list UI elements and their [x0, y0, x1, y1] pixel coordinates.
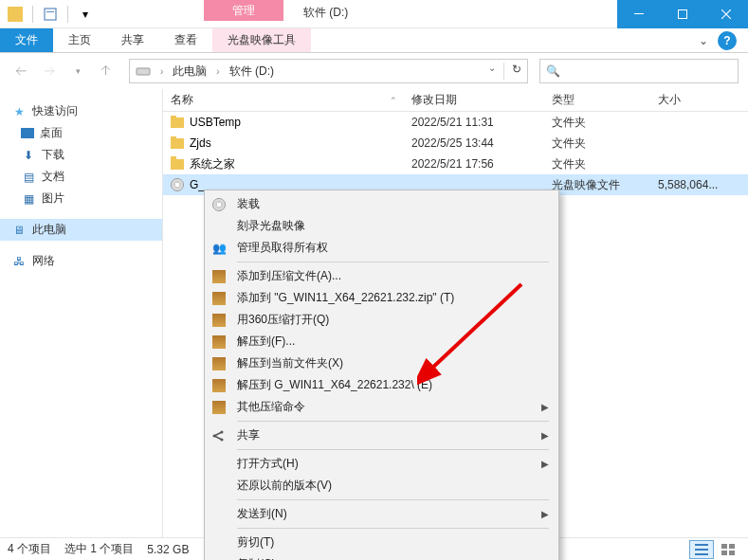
submenu-arrow-icon: ▶ [541, 430, 549, 441]
up-button[interactable]: 🡡 [95, 60, 118, 82]
view-details-button[interactable] [689, 540, 714, 559]
file-row[interactable]: 系统之家2022/5/21 17:56文件夹 [163, 154, 748, 174]
context-menu-label: 添加到压缩文件(A)... [237, 268, 549, 284]
context-menu-label: 还原以前的版本(V) [210, 478, 549, 494]
column-headers: 名称⌃ 修改日期 类型 大小 [163, 89, 748, 112]
desktop-icon [21, 128, 34, 138]
context-menu-item[interactable]: 装载 [207, 193, 556, 215]
recent-dropdown-icon[interactable]: ▾ [66, 60, 89, 82]
address-bar[interactable]: › 此电脑 › 软件 (D:) ⌄ ↻ [129, 59, 528, 83]
pc-icon: 🖥 [11, 223, 27, 238]
archive-icon [210, 268, 228, 285]
file-name: Zjds [190, 136, 211, 150]
star-icon: ★ [11, 104, 27, 119]
folder-icon [171, 159, 184, 170]
context-menu-separator [237, 262, 549, 262]
help-button[interactable]: ? [718, 31, 737, 50]
minimize-button[interactable] [617, 0, 661, 28]
breadcrumb-drive[interactable]: 软件 (D:) [229, 63, 274, 80]
breadcrumb-this-pc[interactable]: 此电脑 [173, 63, 207, 80]
tab-share[interactable]: 共享 [106, 28, 159, 52]
sidebar-item-downloads[interactable]: ⬇下载 [0, 144, 162, 166]
disc-icon [210, 196, 228, 213]
context-menu-separator [237, 499, 549, 500]
svg-rect-2 [634, 13, 644, 14]
sidebar-this-pc[interactable]: 🖥此电脑 [0, 219, 162, 241]
column-type[interactable]: 类型 [544, 92, 650, 108]
status-item-count: 4 个项目 [8, 541, 51, 557]
context-menu-label: 管理员取得所有权 [237, 240, 549, 256]
context-menu-item[interactable]: 解压到 G_WIN11_X64_22621.232\ (E) [207, 374, 556, 396]
context-menu-label: 复制(C) [210, 556, 549, 560]
file-date: 2022/5/25 13:44 [404, 136, 544, 150]
context-menu-item[interactable]: 添加到 "G_WIN11_X64_22621.232.zip" (T) [207, 287, 556, 309]
context-menu-item[interactable]: 解压到当前文件夹(X) [207, 352, 556, 374]
file-row[interactable]: USBTemp2022/5/21 11:31文件夹 [163, 112, 748, 133]
column-date[interactable]: 修改日期 [404, 92, 544, 108]
context-menu-item[interactable]: 其他压缩命令▶ [207, 396, 556, 418]
ribbon-tabs: 文件 主页 共享 查看 光盘映像工具 ⌄ ? [0, 28, 748, 53]
maximize-button[interactable] [661, 0, 704, 28]
pictures-icon: ▦ [21, 191, 36, 207]
drive-icon [136, 63, 151, 79]
folder-icon [171, 117, 184, 128]
context-menu-item[interactable]: 解压到(F)... [207, 331, 556, 352]
back-button[interactable]: 🡠 [9, 60, 32, 82]
forward-button[interactable]: 🡢 [38, 60, 61, 82]
tab-disc-image-tools[interactable]: 光盘映像工具 [212, 28, 311, 52]
qat-dropdown-icon[interactable]: ▾ [78, 7, 93, 22]
context-menu-item[interactable]: 发送到(N)▶ [207, 503, 556, 525]
context-menu-separator [237, 528, 549, 529]
close-button[interactable] [704, 0, 748, 28]
context-menu-item[interactable]: 用360压缩打开(Q) [207, 309, 556, 331]
context-menu-item[interactable]: 刻录光盘映像 [207, 215, 556, 237]
file-row[interactable]: Zjds2022/5/25 13:44文件夹 [163, 133, 748, 154]
svg-point-5 [213, 434, 216, 437]
file-type: 光盘映像文件 [544, 177, 650, 193]
view-large-icons-button[interactable] [716, 540, 740, 559]
tab-home[interactable]: 主页 [53, 28, 106, 52]
qat-properties-icon[interactable] [43, 7, 58, 22]
file-name: USBTemp [190, 116, 241, 129]
archive-icon [210, 377, 228, 394]
sort-asc-icon: ⌃ [390, 96, 397, 105]
context-menu-label: 解压到 G_WIN11_X64_22621.232\ (E) [237, 377, 549, 393]
sidebar-item-label: 文档 [42, 169, 64, 185]
chevron-right-icon[interactable]: › [212, 66, 223, 77]
archive-icon [210, 399, 228, 416]
context-menu-item[interactable]: 打开方式(H)▶ [207, 453, 556, 475]
qat-separator [32, 6, 33, 23]
svg-rect-15 [729, 551, 735, 555]
file-date: 2022/5/21 17:56 [404, 157, 544, 171]
context-menu-item[interactable]: 剪切(T) [207, 532, 556, 553]
address-dropdown-icon[interactable]: ⌄ [488, 63, 496, 80]
sidebar-item-pictures[interactable]: ▦图片 [0, 188, 162, 209]
sidebar-item-documents[interactable]: ▤文档 [0, 166, 162, 188]
svg-rect-10 [695, 549, 708, 551]
refresh-button[interactable]: ↻ [512, 63, 521, 80]
sidebar-quick-access[interactable]: ★ 快速访问 [0, 100, 162, 122]
context-menu-item[interactable]: 共享▶ [207, 425, 556, 446]
sidebar-item-desktop[interactable]: 桌面 [0, 122, 162, 144]
navigation-pane: ★ 快速访问 桌面 ⬇下载 ▤文档 ▦图片 🖥此电脑 🖧网络 [0, 89, 163, 537]
column-size[interactable]: 大小 [650, 92, 741, 108]
context-menu-label: 共享 [237, 427, 532, 443]
context-menu-label: 刻录光盘映像 [237, 218, 549, 234]
column-name[interactable]: 名称⌃ [163, 92, 404, 108]
sidebar-network[interactable]: 🖧网络 [0, 250, 162, 272]
qat-separator [67, 6, 68, 23]
share-icon [210, 427, 228, 444]
archive-icon [210, 355, 228, 372]
ribbon-expand-icon[interactable]: ⌄ [699, 34, 708, 47]
file-tab[interactable]: 文件 [0, 28, 53, 52]
tab-view[interactable]: 查看 [159, 28, 212, 52]
submenu-arrow-icon: ▶ [541, 459, 549, 469]
context-menu-item[interactable]: 👥管理员取得所有权 [207, 237, 556, 259]
submenu-arrow-icon: ▶ [541, 402, 549, 412]
chevron-right-icon[interactable]: › [156, 66, 167, 77]
context-menu-item[interactable]: 复制(C) [207, 553, 556, 560]
context-menu-item[interactable]: 还原以前的版本(V) [207, 475, 556, 497]
context-menu-label: 装载 [237, 196, 549, 212]
context-menu-item[interactable]: 添加到压缩文件(A)... [207, 265, 556, 287]
search-input[interactable]: 🔍 搜索"软件 (D:)" [539, 59, 739, 83]
